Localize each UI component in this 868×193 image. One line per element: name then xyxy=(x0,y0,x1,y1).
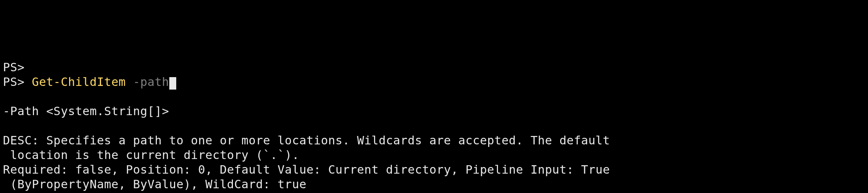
blank-line xyxy=(3,118,865,133)
terminal-output[interactable]: PS>PS> Get-ChildItem -path-Path <System.… xyxy=(3,60,865,192)
parameter-syntax: -Path <System.String[]> xyxy=(3,104,865,118)
cmdlet-name: Get-ChildItem xyxy=(32,75,126,89)
command-input-line[interactable]: PS> Get-ChildItem -path xyxy=(3,75,865,89)
parameter-properties: Required: false, Position: 0, Default Va… xyxy=(3,162,865,192)
ps-prompt: PS> xyxy=(3,75,32,89)
desc-body: Specifies a path to one or more location… xyxy=(3,133,610,162)
parameter-name: -path xyxy=(133,75,169,89)
parameter-description: DESC: Specifies a path to one or more lo… xyxy=(3,133,865,162)
blank-line xyxy=(3,89,865,104)
cursor-icon xyxy=(169,77,176,90)
desc-label: DESC: xyxy=(3,133,46,147)
ps-prompt: PS> xyxy=(3,60,24,74)
prompt-line-empty: PS> xyxy=(3,60,865,75)
